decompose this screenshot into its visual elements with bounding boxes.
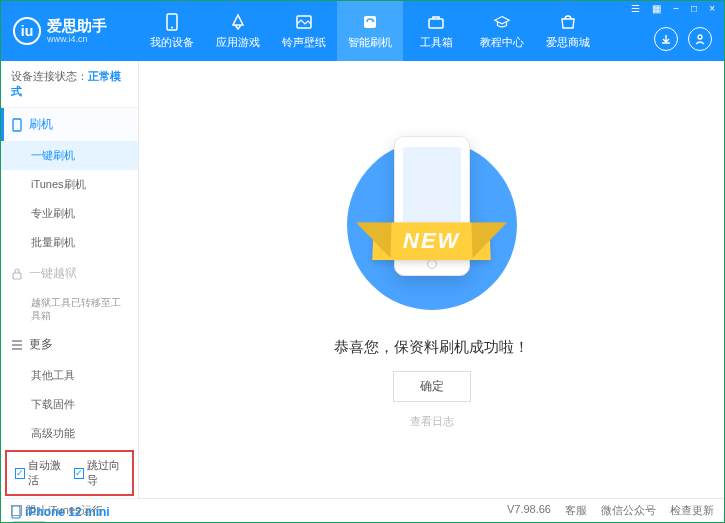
svg-rect-6 [13,119,21,131]
user-button[interactable] [688,27,712,51]
section-title: 更多 [29,336,53,353]
checkbox-auto-activate[interactable]: ✓ 自动激活 [15,458,66,488]
download-button[interactable] [654,27,678,51]
nav-label: 爱思商城 [546,35,590,50]
success-illustration: NEW [332,130,532,320]
nav-flash[interactable]: 智能刷机 [337,1,403,61]
lock-icon [11,268,23,280]
svg-rect-7 [13,273,21,279]
jailbreak-note: 越狱工具已转移至工具箱 [1,290,138,328]
sidebar-item-itunes[interactable]: iTunes刷机 [1,170,138,199]
support-link[interactable]: 客服 [565,503,587,518]
wallpaper-icon [295,13,313,31]
version-label: V7.98.66 [507,503,551,518]
sidebar-item-pro[interactable]: 专业刷机 [1,199,138,228]
sidebar-section-flash[interactable]: 刷机 [1,108,138,141]
svg-rect-3 [364,16,376,28]
connection-status: 设备连接状态：正常模式 [1,61,138,108]
nav-label: 我的设备 [150,35,194,50]
logo-area: iu 爱思助手 www.i4.cn [1,17,139,45]
phone-icon [11,118,23,132]
wechat-link[interactable]: 微信公众号 [601,503,656,518]
nav-ringtone[interactable]: 铃声壁纸 [271,1,337,61]
nav-label: 智能刷机 [348,35,392,50]
main-panel: NEW 恭喜您，保资料刷机成功啦！ 确定 查看日志 [139,61,724,498]
app-url: www.i4.cn [47,34,107,44]
checkbox-skip-guide[interactable]: ✓ 跳过向导 [74,458,125,488]
svg-point-1 [171,26,173,28]
sidebar: 设备连接状态：正常模式 刷机 一键刷机 iTunes刷机 专业刷机 批量刷机 一… [1,61,139,498]
new-ribbon: NEW [372,222,491,260]
sidebar-item-firmware[interactable]: 下载固件 [1,390,138,419]
nav-label: 工具箱 [420,35,453,50]
menu-icon[interactable]: ☰ [628,3,643,14]
nav-label: 铃声壁纸 [282,35,326,50]
checkbox-row: ✓ 自动激活 ✓ 跳过向导 [5,450,134,496]
checkbox-label: 自动激活 [28,458,66,488]
nav-tools[interactable]: 工具箱 [403,1,469,61]
sidebar-item-batch[interactable]: 批量刷机 [1,228,138,257]
check-update-link[interactable]: 检查更新 [670,503,714,518]
checkbox-label: 阻止iTunes运行 [26,503,103,518]
sidebar-item-oneclick[interactable]: 一键刷机 [1,141,138,170]
maximize-button[interactable]: □ [688,3,700,14]
check-icon: ✓ [15,468,25,479]
sidebar-section-jailbreak[interactable]: 一键越狱 [1,257,138,290]
list-icon [11,340,23,350]
titlebar-controls: ☰ ▦ − □ × [628,3,718,14]
sidebar-item-advanced[interactable]: 高级功能 [1,419,138,448]
sidebar-item-othertools[interactable]: 其他工具 [1,361,138,390]
success-message: 恭喜您，保资料刷机成功啦！ [334,338,529,357]
minimize-button[interactable]: − [670,3,682,14]
nav-store[interactable]: 爱思商城 [535,1,601,61]
main-nav: 我的设备 应用游戏 铃声壁纸 智能刷机 工具箱 教程中心 爱思商城 [139,1,601,61]
checkbox-icon [11,505,22,516]
flash-icon [361,13,379,31]
section-title: 刷机 [29,116,53,133]
header-right [654,27,712,51]
check-icon: ✓ [74,468,84,479]
close-button[interactable]: × [706,3,718,14]
app-name: 爱思助手 [47,18,107,35]
nav-apps[interactable]: 应用游戏 [205,1,271,61]
svg-point-5 [698,35,702,39]
app-header: iu 爱思助手 www.i4.cn 我的设备 应用游戏 铃声壁纸 智能刷机 工具… [1,1,724,61]
view-log-link[interactable]: 查看日志 [410,414,454,429]
nav-label: 教程中心 [480,35,524,50]
sidebar-section-more[interactable]: 更多 [1,328,138,361]
apps-icon [229,13,247,31]
toolbox-icon [427,13,445,31]
logo-icon: iu [13,17,41,45]
store-icon [559,13,577,31]
graduation-icon [493,13,511,31]
confirm-button[interactable]: 确定 [393,371,471,402]
svg-rect-4 [429,19,443,28]
checkbox-label: 跳过向导 [87,458,125,488]
nav-tutorial[interactable]: 教程中心 [469,1,535,61]
nav-label: 应用游戏 [216,35,260,50]
skin-icon[interactable]: ▦ [649,3,664,14]
phone-icon [163,13,181,31]
section-title: 一键越狱 [29,265,77,282]
checkbox-block-itunes[interactable]: 阻止iTunes运行 [11,503,103,518]
nav-my-device[interactable]: 我的设备 [139,1,205,61]
